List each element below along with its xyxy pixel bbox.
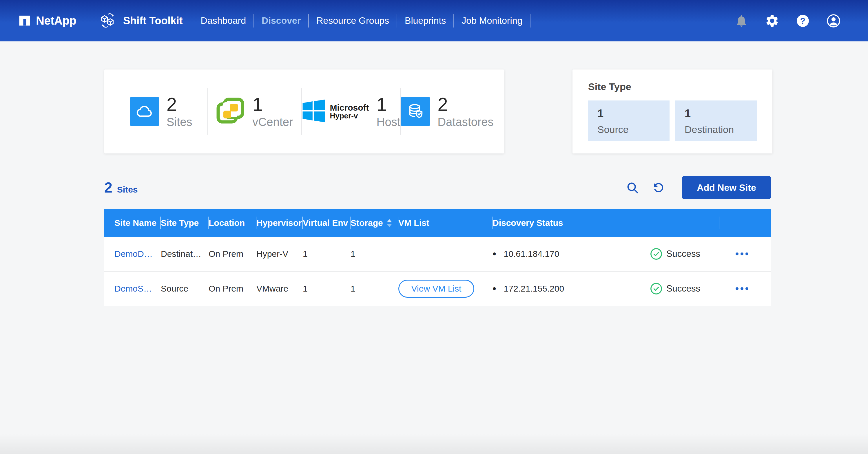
storage-cell: 1	[350, 249, 398, 259]
discovery-status-cell: • 172.21.155.200 Success	[493, 282, 719, 295]
column-header-vm-list[interactable]: VM List	[398, 209, 493, 237]
stat-sites-value: 2	[166, 95, 192, 115]
sort-icon[interactable]	[387, 219, 392, 227]
search-icon[interactable]	[625, 181, 640, 195]
svg-text:?: ?	[800, 16, 805, 26]
status-text: Success	[666, 249, 700, 259]
netapp-logo-icon	[18, 13, 31, 28]
table-row-demodest: DemoDest Destination On Prem Hyper-V 1 1…	[104, 237, 771, 271]
brand-name: NetApp	[36, 14, 76, 27]
nav-item-job-monitoring[interactable]: Job Monitoring	[454, 15, 530, 26]
cloud-icon	[130, 97, 159, 126]
stat-datastores: 2 Datastores	[401, 95, 494, 128]
site-type-destination-box: 1 Destination	[675, 100, 757, 141]
status-badge: Success	[650, 247, 700, 261]
column-header-storage[interactable]: Storage	[350, 209, 398, 237]
nav-item-blueprints[interactable]: Blueprints	[397, 15, 454, 26]
site-type-destination-label: Destination	[685, 124, 747, 135]
navbar-icon-group: ?	[734, 13, 841, 28]
site-type-card: Site Type 1 Source 1 Destination	[572, 69, 772, 154]
netapp-brand[interactable]: NetApp	[18, 13, 76, 28]
add-new-site-button[interactable]: Add New Site	[682, 176, 771, 199]
stat-sites-label: Sites	[166, 116, 192, 128]
virtual-env-cell: 1	[303, 249, 350, 259]
sites-count-label: Sites	[117, 185, 138, 195]
column-header-location[interactable]: Location	[209, 209, 256, 237]
inventory-summary-card: 2 Sites 1 vCenter	[104, 69, 504, 154]
stat-vcenter: 1 vCenter	[208, 95, 301, 128]
bullet-icon: •	[493, 284, 496, 294]
stat-vcenter-label: vCenter	[252, 116, 293, 128]
site-type-source-value: 1	[597, 107, 660, 120]
location-cell: On Prem	[209, 284, 256, 294]
location-cell: On Prem	[209, 249, 256, 259]
sites-count-number: 2	[104, 179, 113, 196]
row-actions-menu[interactable]	[719, 253, 771, 255]
top-navbar: NetApp Shift Toolki	[0, 0, 868, 41]
app-title: Shift Toolkit	[123, 15, 183, 27]
vcenter-icon	[216, 96, 245, 127]
hyperv-vendor-line2: Hyper-v	[330, 112, 369, 120]
site-type-source-label: Source	[597, 124, 660, 135]
nav-item-dashboard[interactable]: Dashboard	[193, 15, 254, 26]
sites-table-header-row: Site Name Site Type Location Hypervisor …	[104, 209, 771, 237]
account-user-icon[interactable]	[826, 13, 841, 28]
bullet-icon: •	[493, 249, 496, 259]
hyperv-vendor-line1: Microsoft	[330, 103, 369, 112]
site-type-destination-value: 1	[685, 107, 747, 120]
site-type-cell: Source	[161, 284, 209, 294]
column-header-site-name[interactable]: Site Name	[115, 209, 161, 237]
nav-divider	[530, 14, 530, 28]
discovery-status-cell: • 10.61.184.170 Success	[493, 247, 719, 261]
status-text: Success	[666, 284, 700, 294]
stat-datastores-value: 2	[437, 95, 493, 115]
refresh-icon[interactable]	[651, 181, 666, 195]
stat-vcenter-value: 1	[252, 95, 293, 115]
endpoint-ip: 10.61.184.170	[504, 249, 559, 259]
site-type-cell: Destination	[161, 249, 209, 259]
column-header-site-type[interactable]: Site Type	[161, 209, 209, 237]
stat-host-label: Host	[377, 116, 400, 128]
settings-gear-icon[interactable]	[765, 13, 779, 28]
site-name-link[interactable]: DemoDest	[115, 249, 161, 259]
storage-cell: 1	[350, 284, 398, 294]
virtual-env-cell: 1	[303, 284, 350, 294]
datastore-icon	[401, 97, 430, 126]
nav-item-resource-groups[interactable]: Resource Groups	[309, 15, 397, 26]
notifications-bell-icon[interactable]	[734, 13, 749, 28]
app-identity: Shift Toolkit	[98, 11, 183, 31]
column-header-discovery-status[interactable]: Discovery Status	[493, 209, 719, 237]
success-check-icon	[650, 282, 663, 295]
table-row-demosrc: DemoSRC Source On Prem VMware 1 1 View V…	[104, 271, 771, 306]
shift-toolkit-screen: NetApp Shift Toolki	[0, 0, 868, 454]
column-header-hypervisor[interactable]: Hypervisor	[256, 209, 303, 237]
stat-host-value: 1	[377, 95, 400, 115]
sites-section-header: 2 Sites Add New Site	[104, 174, 771, 201]
status-badge: Success	[650, 282, 700, 295]
endpoint-ip: 172.21.155.200	[504, 284, 564, 294]
site-type-source-box: 1 Source	[588, 100, 670, 141]
hyperv-windows-icon	[302, 99, 326, 124]
main-nav: Dashboard Discover Resource Groups Bluep…	[193, 14, 531, 28]
stat-datastores-label: Datastores	[437, 116, 493, 128]
row-actions-menu[interactable]	[719, 287, 771, 290]
nav-item-discover[interactable]: Discover	[254, 15, 308, 26]
view-vm-list-button[interactable]: View VM List	[398, 280, 474, 298]
sites-table: Site Name Site Type Location Hypervisor …	[104, 209, 771, 306]
column-header-virtual-env[interactable]: Virtual Env	[303, 209, 350, 237]
shift-toolkit-logo-icon	[98, 11, 117, 31]
sites-count: 2 Sites	[104, 179, 138, 196]
stat-sites: 2 Sites	[115, 95, 208, 128]
stat-host: Microsoft Hyper-v 1 Host	[302, 95, 400, 128]
column-header-actions	[719, 209, 771, 237]
site-type-title: Site Type	[588, 81, 757, 92]
success-check-icon	[650, 247, 663, 261]
hypervisor-cell: VMware	[256, 284, 303, 294]
vm-list-cell: View VM List	[398, 280, 493, 298]
site-name-link[interactable]: DemoSRC	[115, 284, 161, 294]
hypervisor-cell: Hyper-V	[256, 249, 303, 259]
help-icon[interactable]: ?	[796, 13, 810, 28]
